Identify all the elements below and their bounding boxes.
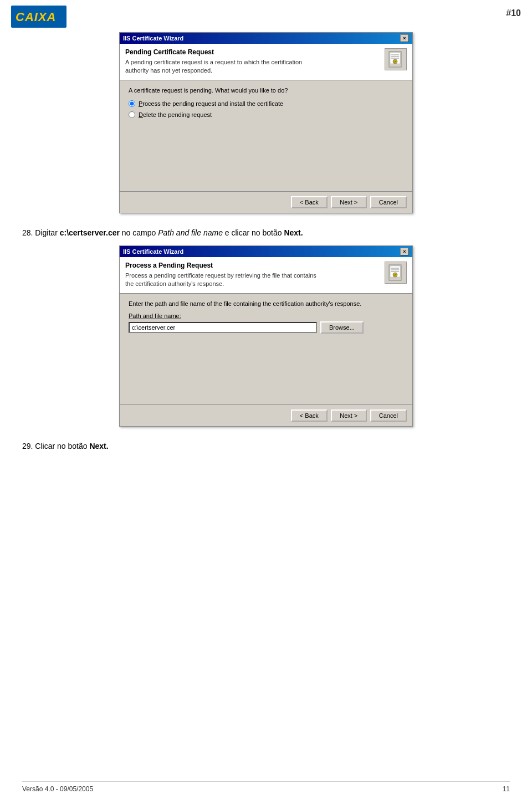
dialog2-header-desc: Process a pending certificate request by… xyxy=(125,272,380,289)
radio2-input[interactable] xyxy=(129,111,135,118)
dialog1-cancel-button[interactable]: Cancel xyxy=(370,196,407,208)
dialog2-input-row: Browse... xyxy=(129,321,403,334)
step28-prefix: 28. Digitar xyxy=(22,228,60,237)
logo: CAIXA xyxy=(11,6,66,29)
radio2-label: Delete the pending request xyxy=(139,111,212,118)
radio1-option[interactable]: Process the pending request and install … xyxy=(129,100,403,107)
dialog1-close-button[interactable]: × xyxy=(400,34,409,42)
dialog1-title: IIS Certificate Wizard xyxy=(123,35,183,42)
step28-bold-end: Next. xyxy=(284,228,303,237)
dialog2-back-button[interactable]: < Back xyxy=(291,409,328,422)
dialog1-cert-icon: ✓ xyxy=(385,48,407,70)
dialog2-header: Process a Pending Request Process a pend… xyxy=(120,257,412,294)
dialog2-header-text: Process a Pending Request Process a pend… xyxy=(125,262,380,289)
dialog2-close-button[interactable]: × xyxy=(400,248,409,255)
dialog1-header-desc: A pending certificate request is a reque… xyxy=(125,58,380,75)
step28-after: e clicar no botão xyxy=(223,228,284,237)
dialog2-body: Enter the path and file name of the file… xyxy=(120,294,412,404)
dialog1-header-title: Pending Certificate Request xyxy=(125,48,380,56)
dialog2-footer: < Back Next > Cancel xyxy=(120,404,412,426)
footer-page: 11 xyxy=(503,785,510,793)
svg-text:✓: ✓ xyxy=(394,60,396,63)
main-content: IIS Certificate Wizard × Pending Certifi… xyxy=(0,32,532,470)
step29-prefix: 29. Clicar no botão xyxy=(22,442,89,450)
step28-italic: Path and file name xyxy=(158,228,223,237)
dialog1-header-text: Pending Certificate Request A pending ce… xyxy=(125,48,380,75)
dialog2-info-text: Enter the path and file name of the file… xyxy=(129,300,403,307)
dialog1-body: A certificate request is pending. What w… xyxy=(120,80,412,191)
svg-text:✓: ✓ xyxy=(394,273,396,276)
footer-version: Versão 4.0 - 09/05/2005 xyxy=(22,785,93,793)
dialog2-header-title: Process a Pending Request xyxy=(125,262,380,269)
dialog1-back-button[interactable]: < Back xyxy=(291,196,328,208)
radio2-option[interactable]: Delete the pending request xyxy=(129,111,403,118)
dialog1-header: Pending Certificate Request A pending ce… xyxy=(120,44,412,80)
dialog1-question: A certificate request is pending. What w… xyxy=(129,87,403,94)
page-header: CAIXA #10 xyxy=(0,0,532,32)
radio1-input[interactable] xyxy=(129,100,135,107)
dialog2-next-button[interactable]: Next > xyxy=(331,409,367,422)
step28-text: 28. Digitar c:\certserver.cer no campo P… xyxy=(22,227,510,239)
dialog2-title: IIS Certificate Wizard xyxy=(123,248,183,255)
page-number-header: #10 xyxy=(506,6,521,18)
dialog1-titlebar: IIS Certificate Wizard × xyxy=(120,33,412,44)
dialog2-field-label: Path and file name: xyxy=(129,313,403,319)
step29-bold: Next. xyxy=(89,442,108,450)
step28-code: c:\certserver.cer xyxy=(60,228,120,237)
dialog2-browse-button[interactable]: Browse... xyxy=(320,321,364,334)
step28-middle: no campo xyxy=(120,228,158,237)
dialog2-path-input[interactable] xyxy=(129,322,317,333)
page-footer: Versão 4.0 - 09/05/2005 11 xyxy=(22,781,510,793)
dialog2-cert-icon: ✓ xyxy=(385,262,407,284)
dialog1-footer: < Back Next > Cancel xyxy=(120,191,412,213)
dialog2-cancel-button[interactable]: Cancel xyxy=(370,409,407,422)
radio1-label: Process the pending request and install … xyxy=(139,100,283,107)
dialog1-window: IIS Certificate Wizard × Pending Certifi… xyxy=(119,32,413,213)
dialog2-titlebar: IIS Certificate Wizard × xyxy=(120,246,412,257)
svg-text:CAIXA: CAIXA xyxy=(16,10,56,24)
step29-text: 29. Clicar no botão Next. xyxy=(22,441,510,452)
dialog1-next-button[interactable]: Next > xyxy=(331,196,367,208)
dialog2-window: IIS Certificate Wizard × Process a Pendi… xyxy=(119,245,413,427)
